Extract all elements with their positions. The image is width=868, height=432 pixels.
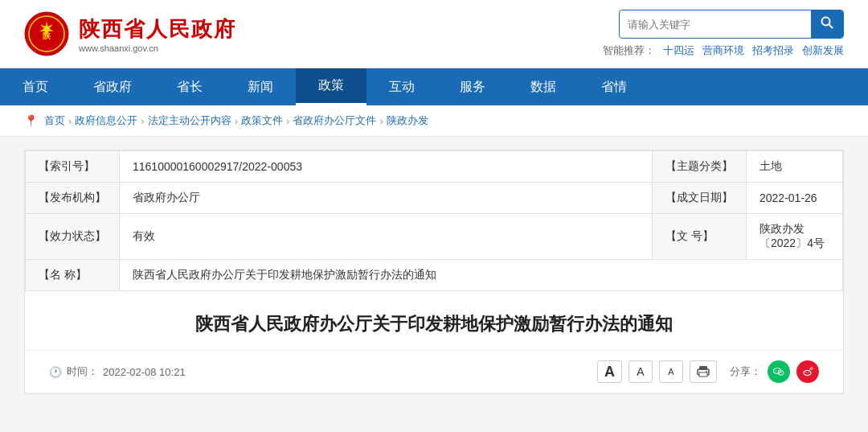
svg-point-15 [781,372,782,373]
nav-item-government[interactable]: 省政府 [71,68,154,105]
doc-num-value: 陕政办发〔2022〕4号 [747,214,843,260]
smart-link-1[interactable]: 营商环境 [702,43,744,58]
site-subtitle: www.shaanxi.gov.cn [79,43,236,53]
nav-item-governor[interactable]: 省长 [154,68,225,105]
share-label: 分享： [730,364,761,379]
breadcrumb-office-doc[interactable]: 省政府办公厅文件 [293,113,376,128]
nav-item-province[interactable]: 省情 [579,68,649,105]
name-value: 陕西省人民政府办公厅关于印发耕地保护激励暂行办法的通知 [120,260,843,291]
weibo-icon [802,366,813,377]
topic-value: 土地 [747,151,843,183]
clock-icon: 🕐 [49,366,62,378]
search-area: 智能推荐： 十四运 营商环境 招考招录 创新发展 [603,10,844,58]
svg-rect-8 [699,372,707,376]
search-box [619,10,844,39]
topic-label: 【主题分类】 [653,151,747,183]
publisher-label: 【发布机构】 [26,183,120,214]
svg-point-16 [804,370,811,375]
breadcrumb-policy-doc[interactable]: 政策文件 [241,113,283,128]
breadcrumb-legal[interactable]: 法定主动公开内容 [148,113,231,128]
font-medium-button[interactable]: A [628,360,653,383]
search-input[interactable] [620,14,811,35]
smart-link-0[interactable]: 十四运 [663,43,694,58]
svg-point-9 [706,371,707,372]
breadcrumb-current: 陕政办发 [387,113,428,128]
smart-link-3[interactable]: 创新发展 [802,43,844,58]
time-label: 时间： [67,364,98,379]
nav-item-policy[interactable]: 政策 [296,68,366,105]
location-icon: 📍 [24,114,38,127]
date-value: 2022-01-26 [747,183,843,214]
svg-point-4 [822,18,830,26]
nav-item-home[interactable]: 首页 [0,68,71,105]
index-value: 11610000160002917/2022-00053 [120,151,653,183]
article-title: 陕西省人民政府办公厅关于印发耕地保护激励暂行办法的通知 [25,291,843,351]
meta-left: 🕐 时间： 2022-02-08 10:21 [49,364,186,379]
share-wechat-button[interactable] [768,360,790,383]
logo-area: 陕 陕西省人民政府 www.shaanxi.gov.cn [24,11,236,56]
logo-text-area: 陕西省人民政府 www.shaanxi.gov.cn [79,15,236,53]
font-small-button[interactable]: A [659,360,683,383]
nav-item-data[interactable]: 数据 [508,68,579,105]
emblem-icon: 陕 [24,11,69,56]
share-weibo-button[interactable] [796,360,819,383]
svg-point-17 [805,372,806,372]
doc-num-label: 【文 号】 [653,214,747,260]
meta-right: A A A 分享： [597,360,819,383]
date-label: 【成文日期】 [653,183,747,214]
nav-item-interaction[interactable]: 互动 [366,68,437,105]
svg-text:陕: 陕 [43,31,51,40]
svg-point-11 [776,370,776,371]
breadcrumb-bar: 📍 首页 › 政府信息公开 › 法定主动公开内容 › 政策文件 › 省政府办公厅… [0,105,868,137]
search-icon [821,16,833,29]
time-value: 2022-02-08 10:21 [103,366,186,378]
breadcrumb-gov-info[interactable]: 政府信息公开 [75,113,137,128]
main-nav: 首页 省政府 省长 新闻 政策 互动 服务 数据 省情 [0,68,868,105]
status-value: 有效 [120,214,653,260]
status-label: 【效力状态】 [26,214,120,260]
article-meta: 🕐 时间： 2022-02-08 10:21 A A A 分享： [25,351,843,393]
publisher-value: 省政府办公厅 [120,183,653,214]
breadcrumb-home[interactable]: 首页 [44,113,65,128]
smart-label: 智能推荐： [603,43,655,58]
smart-link-2[interactable]: 招考招录 [752,43,794,58]
smart-recommend: 智能推荐： 十四运 营商环境 招考招录 创新发展 [603,43,844,58]
main-content: 【索引号】 11610000160002917/2022-00053 【主题分类… [24,150,844,394]
svg-point-18 [808,372,809,372]
index-label: 【索引号】 [26,151,120,183]
info-table: 【索引号】 11610000160002917/2022-00053 【主题分类… [25,150,843,291]
printer-icon [697,365,710,378]
breadcrumb: 📍 首页 › 政府信息公开 › 法定主动公开内容 › 政策文件 › 省政府办公厅… [24,113,844,128]
header: 陕 陕西省人民政府 www.shaanxi.gov.cn 智能推荐： 十四运 营… [0,0,868,68]
svg-point-14 [780,372,780,373]
svg-line-5 [829,25,833,29]
name-label: 【名 称】 [26,260,120,291]
site-title: 陕西省人民政府 [79,15,236,43]
nav-item-service[interactable]: 服务 [437,68,508,105]
print-button[interactable] [690,360,717,383]
wechat-icon [773,366,784,377]
nav-item-news[interactable]: 新闻 [225,68,296,105]
font-large-button[interactable]: A [597,360,622,383]
search-button[interactable] [811,10,843,38]
